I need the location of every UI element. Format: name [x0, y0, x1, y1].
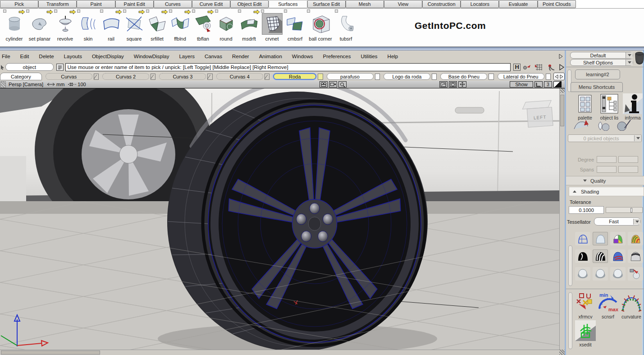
scrollbar-thumb[interactable]	[1, 350, 100, 355]
tool-option-checkbox[interactable]	[238, 9, 241, 13]
viewport-grip[interactable]	[0, 81, 6, 88]
prompt-history-button[interactable]: H	[513, 64, 521, 71]
dropdown-arrow-icon[interactable]	[626, 60, 633, 65]
menu-layers[interactable]: Layers	[174, 54, 200, 59]
degree-field-1[interactable]	[597, 156, 617, 163]
perspective-viewport[interactable]: LEFT	[0, 88, 559, 350]
menu-preferences[interactable]: Preferences	[318, 54, 356, 59]
expand-arrow-icon[interactable]	[558, 54, 563, 59]
menu-animation[interactable]: Animation	[254, 54, 287, 59]
shelf-tab-swatch[interactable]	[207, 74, 212, 80]
tool-revolve[interactable]: revolve	[54, 9, 77, 46]
shade-silhouette-button[interactable]	[575, 249, 590, 263]
prompt-expand-arrow-icon[interactable]	[558, 64, 565, 71]
menu-objectdisplay[interactable]: ObjectDisplay	[87, 54, 129, 59]
tool-square[interactable]: square	[123, 9, 146, 46]
tab-object-edit[interactable]: Object Edit	[230, 0, 269, 8]
tool-skin[interactable]: skin	[77, 9, 100, 46]
menu-utilities[interactable]: Utilities	[356, 54, 383, 59]
tool-round[interactable]: round	[215, 9, 238, 46]
menu-layouts[interactable]: Layouts	[59, 54, 87, 59]
trash-icon[interactable]	[635, 51, 644, 65]
tool-crvnet[interactable]: crvnet	[260, 9, 283, 46]
menu-delete[interactable]: Delete	[34, 54, 59, 59]
tab-evaluate[interactable]: Evaluate	[499, 0, 537, 8]
shortcut-object-lister[interactable]: object lis	[598, 93, 620, 120]
scrollbar-thumb[interactable]	[560, 95, 564, 126]
menu-shortcuts-tab[interactable]: Menu Shortcuts	[571, 82, 623, 92]
viewport-camera-label[interactable]: Persp [Camera]	[9, 82, 43, 87]
tool-xfrmcv[interactable]: xfrmcv	[574, 292, 597, 319]
tool-option-checkbox[interactable]	[100, 9, 103, 13]
shelf-options-dropdown[interactable]: Shelf Options	[570, 59, 633, 66]
shade-blue-stripes-button[interactable]	[610, 249, 626, 263]
shelf-tab-swatch[interactable]	[318, 74, 323, 80]
tab-surfaces[interactable]: Surfaces	[269, 0, 307, 8]
show-menu-button[interactable]: Show	[510, 81, 533, 88]
zoom-magnifier-button[interactable]	[338, 81, 347, 88]
tolerance-slider[interactable]	[606, 207, 643, 213]
viewport-horizontal-scrollbar[interactable]	[0, 350, 559, 355]
shade-zebra-button[interactable]	[593, 249, 608, 263]
shelf-tab-curvas-4[interactable]: Curvas 4	[216, 73, 263, 80]
shelf-tab-swatch[interactable]	[151, 74, 155, 80]
shelf-tab-swatch[interactable]	[375, 74, 380, 80]
tool-option-checkbox[interactable]	[261, 9, 264, 13]
tab-transform[interactable]: Transform	[38, 0, 77, 8]
pick-filter-select[interactable]: object	[5, 63, 54, 71]
shelf-tab-curvas-2[interactable]: Curvas 2	[102, 73, 149, 80]
menu-windowdisplay[interactable]: WindowDisplay	[129, 54, 174, 59]
spans-field-2[interactable]	[618, 166, 638, 173]
shelf-tab-swatch[interactable]	[489, 74, 493, 80]
slider-thumb[interactable]	[630, 208, 632, 212]
tool-tbflan[interactable]: tbflan	[192, 9, 215, 46]
window-split-button[interactable]	[553, 81, 562, 88]
tab-construction[interactable]: Construction	[422, 0, 461, 8]
scroll-right-icon[interactable]	[560, 74, 563, 79]
shelf-tab-swatch[interactable]	[432, 74, 437, 80]
tessellator-dropdown[interactable]: Fast	[594, 217, 641, 226]
prompt-input[interactable]	[65, 63, 511, 71]
tab-paint-edit[interactable]: Paint Edit	[115, 0, 154, 8]
tab-paint[interactable]: Paint	[77, 0, 115, 8]
tool-srfillet[interactable]: srfillet	[146, 9, 169, 46]
tab-point-clouds[interactable]: Point Clouds	[538, 0, 576, 8]
viewport-vertical-scrollbar[interactable]	[559, 88, 565, 350]
shelf-tab-swatch[interactable]	[265, 74, 269, 80]
shade-stripes-button[interactable]	[628, 232, 643, 245]
shade-chrome-button[interactable]	[628, 249, 643, 263]
shelf-tab-base-do-pneu[interactable]: Base do Pneu	[440, 73, 487, 80]
view-cube[interactable]: LEFT	[521, 100, 557, 132]
shelf-tab-logo-da-roda[interactable]: Logo da roda	[384, 73, 430, 80]
pan-tool-button[interactable]	[458, 81, 466, 88]
tool-option-checkbox[interactable]	[215, 9, 218, 13]
tab-locators[interactable]: Locators	[461, 0, 499, 8]
shelf-tab-parafuso[interactable]: parafuso	[327, 73, 374, 80]
tool-cmbsrf[interactable]: cmbsrf	[283, 9, 306, 46]
tool-option-checkbox[interactable]	[335, 9, 338, 13]
tab-curve-edit[interactable]: Curve Edit	[192, 0, 230, 8]
tab-curves[interactable]: Curves	[154, 0, 192, 8]
spans-field-1[interactable]	[597, 166, 617, 173]
sphere-sample-button-1[interactable]	[575, 267, 590, 281]
tool-option-checkbox[interactable]	[146, 9, 149, 13]
tool-option-checkbox[interactable]	[123, 9, 126, 13]
degree-field-2[interactable]	[618, 156, 638, 163]
shelf-preset-dropdown[interactable]: Default	[570, 52, 633, 59]
dropdown-arrow-icon[interactable]	[633, 219, 640, 225]
tool-option-checkbox[interactable]	[284, 9, 287, 13]
menu-edit[interactable]: Edit	[15, 54, 34, 59]
quality-section-header[interactable]: Quality	[566, 176, 644, 185]
tumble-tool-button[interactable]	[439, 81, 448, 88]
shelf-tab-roda[interactable]: Roda	[273, 73, 316, 80]
shelf-tab-swatch[interactable]	[94, 74, 99, 80]
tool-xsedit[interactable]: xsedit	[574, 320, 597, 347]
tool-cylinder[interactable]: cylinder	[3, 9, 26, 46]
shade-flat-button[interactable]	[593, 232, 608, 245]
tool-option-checkbox[interactable]	[3, 9, 6, 13]
curve-snap-icon[interactable]	[523, 64, 532, 70]
tab-surface-edit[interactable]: Surface Edit	[307, 0, 346, 8]
picked-objects-status[interactable]: 0 picked objects	[568, 134, 642, 142]
shortcut-information[interactable]: informa	[622, 93, 644, 120]
tab-mesh[interactable]: Mesh	[346, 0, 384, 8]
